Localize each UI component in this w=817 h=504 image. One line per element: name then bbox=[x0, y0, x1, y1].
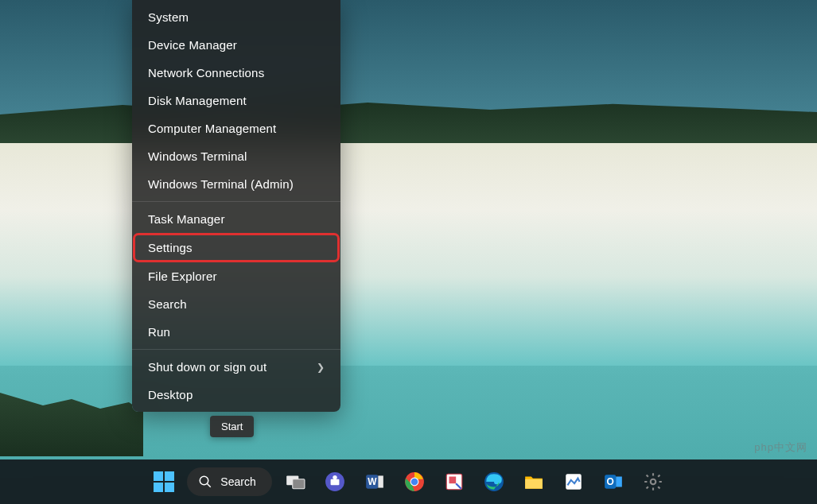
task-view-button[interactable] bbox=[278, 465, 312, 498]
wallpaper-decoration bbox=[0, 393, 143, 456]
svg-rect-3 bbox=[292, 479, 304, 489]
menu-item-network-connections[interactable]: Network Connections bbox=[132, 59, 340, 87]
menu-item-file-explorer[interactable]: File Explorer bbox=[132, 262, 340, 290]
paint-button[interactable] bbox=[557, 465, 590, 498]
svg-point-6 bbox=[333, 475, 337, 479]
start-button[interactable] bbox=[147, 465, 181, 498]
folder-icon bbox=[523, 471, 544, 492]
word-icon: W bbox=[364, 471, 385, 492]
menu-item-computer-management[interactable]: Computer Management bbox=[132, 114, 340, 142]
snipping-tool-icon bbox=[444, 471, 465, 492]
wallpaper-decoration bbox=[0, 143, 817, 366]
svg-rect-5 bbox=[330, 479, 339, 486]
snipping-tool-button[interactable] bbox=[438, 465, 471, 498]
teams-icon bbox=[325, 471, 345, 492]
task-view-icon bbox=[285, 471, 305, 492]
menu-item-system[interactable]: System bbox=[132, 3, 340, 31]
windows-logo-icon bbox=[154, 471, 174, 492]
menu-item-run[interactable]: Run bbox=[132, 318, 340, 346]
paint-icon bbox=[563, 471, 584, 492]
svg-point-22 bbox=[650, 479, 656, 485]
desktop-wallpaper[interactable] bbox=[0, 0, 817, 504]
edge-button[interactable] bbox=[477, 465, 511, 498]
menu-item-search[interactable]: Search bbox=[132, 290, 340, 318]
svg-point-0 bbox=[200, 476, 209, 485]
search-button[interactable]: Search bbox=[187, 467, 271, 496]
search-icon bbox=[198, 475, 212, 489]
menu-item-settings[interactable]: Settings bbox=[134, 234, 339, 262]
svg-rect-17 bbox=[525, 479, 543, 489]
gear-icon bbox=[643, 471, 663, 492]
menu-item-windows-terminal-admin[interactable]: Windows Terminal (Admin) bbox=[132, 170, 340, 198]
outlook-icon: O bbox=[603, 471, 624, 492]
menu-item-windows-terminal[interactable]: Windows Terminal bbox=[132, 142, 340, 170]
winx-context-menu: System Device Manager Network Connection… bbox=[132, 0, 340, 412]
menu-item-desktop[interactable]: Desktop bbox=[132, 381, 340, 409]
taskbar: Search W bbox=[0, 459, 817, 504]
svg-text:O: O bbox=[606, 476, 613, 487]
chevron-right-icon: ❯ bbox=[317, 362, 325, 373]
search-label: Search bbox=[220, 475, 255, 488]
menu-divider bbox=[132, 349, 340, 350]
svg-rect-9 bbox=[378, 475, 383, 487]
chrome-icon bbox=[404, 471, 425, 492]
menu-item-task-manager[interactable]: Task Manager bbox=[132, 205, 340, 233]
teams-button[interactable] bbox=[318, 465, 352, 498]
start-tooltip: Start bbox=[210, 416, 254, 437]
svg-point-12 bbox=[410, 479, 418, 486]
svg-rect-21 bbox=[616, 477, 622, 487]
menu-divider bbox=[132, 201, 340, 202]
svg-text:W: W bbox=[368, 476, 377, 487]
edge-icon bbox=[484, 471, 504, 492]
menu-item-disk-management[interactable]: Disk Management bbox=[132, 87, 340, 114]
word-button[interactable]: W bbox=[358, 465, 391, 498]
svg-rect-14 bbox=[449, 477, 456, 484]
svg-line-1 bbox=[208, 483, 212, 487]
settings-button[interactable] bbox=[636, 465, 670, 498]
file-explorer-button[interactable] bbox=[517, 465, 551, 498]
menu-item-device-manager[interactable]: Device Manager bbox=[132, 31, 340, 59]
menu-item-shutdown-signout[interactable]: Shut down or sign out ❯ bbox=[132, 353, 340, 381]
watermark: php中文网 bbox=[754, 440, 807, 455]
outlook-button[interactable]: O bbox=[597, 465, 630, 498]
chrome-button[interactable] bbox=[398, 465, 431, 498]
